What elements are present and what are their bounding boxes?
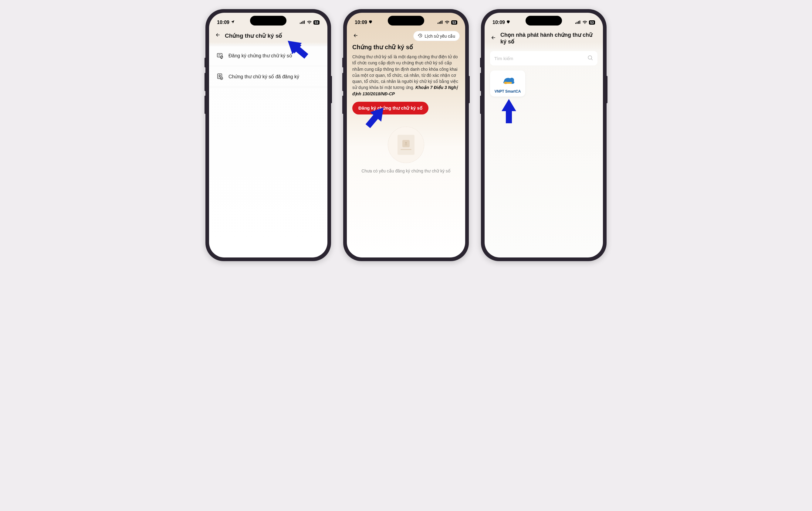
register-cert-button[interactable]: Đăng ký chứng thư chữ ký số [352,102,429,114]
wifi-icon [307,20,312,25]
back-icon[interactable] [490,34,497,42]
issuer-card-vnpt-smartca[interactable]: VNPT SmartCA [490,71,525,97]
status-time: 10:09 [492,20,505,25]
empty-state-text: Chưa có yêu cầu đăng ký chứng thư chữ ký… [361,168,451,173]
svg-rect-14 [441,21,442,24]
svg-point-9 [219,75,221,77]
svg-rect-4 [217,53,222,57]
battery-indicator: 53 [314,20,320,25]
battery-indicator: 53 [589,20,595,25]
menu-item-registered-cert[interactable]: Chứng thư chữ ký số đã đăng ký [209,66,327,87]
menu-item-label: Chứng thư chữ ký số đã đăng ký [229,74,299,80]
back-icon[interactable] [214,32,221,39]
status-time: 10:09 [217,20,229,25]
page-title: Chứng thư chữ ký số [225,32,282,39]
svg-rect-2 [302,21,303,24]
svg-rect-1 [301,22,302,24]
issuer-card-label: VNPT SmartCA [495,89,521,93]
wifi-icon [444,20,450,25]
svg-rect-0 [300,23,301,24]
svg-line-21 [591,59,592,60]
header: Chứng thư chữ ký số [209,28,327,43]
svg-point-24 [505,82,506,83]
svg-rect-16 [575,23,576,24]
svg-rect-12 [439,22,440,24]
location-arrow-icon [231,20,235,25]
screen-3: 10:09 53 Chọn nhà phát hành chứng thư ch… [485,13,603,258]
signal-icon [575,20,581,25]
svg-rect-19 [579,21,580,24]
dynamic-island [250,16,286,26]
svg-rect-11 [438,23,438,24]
page-title: Chứng thư chữ ký số [347,43,465,54]
search-input[interactable] [494,56,587,61]
back-icon[interactable] [352,32,359,40]
menu-item-label: Đăng ký chứng thư chữ ký số [229,53,292,59]
search-icon [587,55,593,62]
signal-icon [438,20,443,25]
phone-frame-2: 10:09 53 Lịch sử yêu cầu C [343,9,469,261]
svg-rect-17 [577,22,577,24]
signal-icon [300,20,305,25]
empty-illustration-icon [388,127,424,163]
phone-frame-3: 10:09 53 Chọn nhà phát hành chứng thư ch… [481,9,607,261]
register-cert-icon [216,52,224,59]
header: Chọn nhà phát hành chứng thư chữ ký số [485,28,603,49]
page-title: Chọn nhà phát hành chứng thư chữ ký số [500,32,598,45]
search-box[interactable] [490,51,598,65]
empty-state: Chưa có yêu cầu đăng ký chứng thư chữ ký… [347,127,465,173]
heart-icon [506,20,511,25]
svg-rect-3 [304,21,304,24]
battery-indicator: 53 [451,20,457,25]
status-time: 10:09 [355,20,367,25]
screen-2: 10:09 53 Lịch sử yêu cầu C [347,13,465,258]
registered-cert-icon [216,73,224,80]
heart-icon [368,20,373,25]
header: Lịch sử yêu cầu [347,28,465,43]
description-body: Chứng thư chữ ký số là một dạng chứng th… [352,54,458,90]
description-text: Chứng thư chữ ký số là một dạng chứng th… [347,54,465,97]
svg-rect-13 [440,21,441,24]
dynamic-island [388,16,424,26]
dynamic-island [526,16,562,26]
svg-rect-18 [578,21,579,24]
phone-frame-1: 10:09 53 Chứng thư chữ ký số [205,9,331,261]
history-button-label: Lịch sử yêu cầu [425,34,455,38]
annotation-arrow [500,99,517,123]
vnpt-smartca-logo-icon [500,75,516,87]
history-icon [418,33,423,39]
svg-point-15 [405,142,407,144]
history-button[interactable]: Lịch sử yêu cầu [413,31,460,41]
wifi-icon [582,20,587,25]
screen-1: 10:09 53 Chứng thư chữ ký số [209,13,327,258]
